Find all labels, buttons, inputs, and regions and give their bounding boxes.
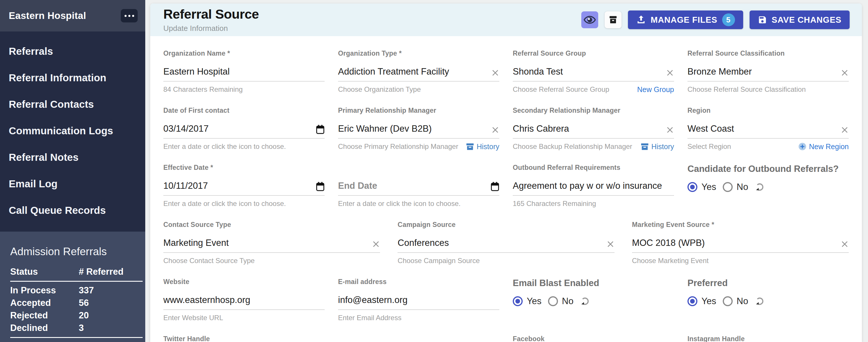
clear-icon[interactable]	[491, 126, 499, 134]
clear-icon[interactable]	[372, 240, 380, 248]
sidebar-item-referrals[interactable]: Referrals	[0, 38, 145, 64]
preferred-group: Preferred Yes No	[687, 278, 849, 323]
form-row: Twitter Handle TSAgov Enter Twitter User…	[163, 335, 849, 342]
clear-icon[interactable]	[666, 69, 674, 77]
form-row: Website www.easternhosp.org Enter Websit…	[163, 278, 849, 323]
col-status: Status	[10, 265, 79, 278]
history-link[interactable]: History	[641, 142, 674, 151]
effective-date-input[interactable]: 10/11/2017	[163, 179, 324, 196]
sidebar-item-referral-information[interactable]: Referral Information	[0, 64, 145, 91]
contact-source-type-input[interactable]: Marketing Event	[163, 236, 380, 253]
preferred-yes-radio[interactable]	[687, 296, 698, 306]
more-options-button[interactable]	[121, 9, 138, 23]
sidebar-item-email-log[interactable]: Email Log	[0, 170, 145, 197]
field-linkedin: LinkedIn Handle Enter LinkedIn Username	[338, 335, 499, 342]
files-count-badge: 5	[722, 13, 735, 26]
sidebar: Eastern Hospital Referrals Referral Info…	[0, 0, 145, 342]
undo-icon[interactable]	[580, 296, 590, 306]
upload-icon	[636, 15, 646, 25]
field-referral-source-classification: Referral Source Classification Bronze Me…	[687, 49, 849, 95]
undo-icon[interactable]	[754, 182, 765, 192]
save-changes-button[interactable]: SAVE CHANGES	[750, 10, 850, 29]
sidebar-item-call-queue-records[interactable]: Call Queue Records	[0, 197, 145, 224]
organization-name-input[interactable]: Eastern Hospital	[163, 65, 324, 81]
organization-type-input[interactable]: Addiction Treatment Facility	[338, 65, 499, 81]
primary-relationship-manager-input[interactable]: Eric Wahner (Dev B2B)	[338, 122, 499, 139]
sidebar-header: Eastern Hospital	[0, 0, 145, 31]
field-organization-name: Organization Name * Eastern Hospital 84 …	[163, 49, 324, 95]
admissions-title: Admission Referrals	[10, 246, 143, 258]
email-blast-no-radio[interactable]	[548, 296, 558, 306]
table-row: Rejected 20	[10, 309, 143, 321]
candidate-yes-radio[interactable]	[687, 182, 698, 192]
clear-icon[interactable]	[607, 240, 615, 248]
field-primary-relationship-manager: Primary Relationship Manager Eric Wahner…	[338, 107, 499, 152]
calendar-icon[interactable]	[316, 182, 324, 191]
field-website: Website www.easternhosp.org Enter Websit…	[163, 278, 324, 323]
field-end-date: End Date Enter a date or click the icon …	[338, 164, 499, 209]
new-region-link[interactable]: New Region	[798, 142, 849, 151]
email-blast-yes-radio[interactable]	[513, 296, 523, 306]
calendar-icon[interactable]	[491, 182, 499, 191]
radio-row: Yes No	[687, 182, 849, 192]
header-actions: MANAGE FILES 5 SAVE CHANGES	[581, 10, 849, 29]
clear-icon[interactable]	[841, 240, 849, 248]
field-facebook: Facebook www.facebook.com Enter Facebook…	[513, 335, 674, 342]
candidate-no-radio[interactable]	[723, 182, 733, 192]
manage-files-label: MANAGE FILES	[651, 15, 717, 25]
preferred-no-radio[interactable]	[723, 296, 733, 306]
form-row: Effective Date * 10/11/2017 Enter a date…	[163, 164, 849, 209]
history-archive-icon	[466, 143, 474, 150]
clear-icon[interactable]	[491, 69, 499, 77]
field-organization-type: Organization Type * Addiction Treatment …	[338, 49, 499, 95]
new-group-link[interactable]: New Group	[637, 86, 674, 94]
field-outbound-referral-requirements: Outbound Referral Requirements Agreement…	[513, 164, 674, 209]
field-contact-source-type: Contact Source Type Marketing Event Choo…	[163, 221, 380, 266]
divider	[10, 337, 143, 338]
history-link[interactable]: History	[466, 142, 499, 151]
clear-icon[interactable]	[841, 69, 849, 77]
visibility-button[interactable]	[581, 11, 598, 28]
calendar-icon[interactable]	[316, 125, 324, 134]
save-icon	[758, 15, 767, 25]
sidebar-item-communication-logs[interactable]: Communication Logs	[0, 117, 145, 144]
clear-icon[interactable]	[666, 126, 674, 134]
outbound-requirements-input[interactable]: Agreement to pay w or w/o insurance	[513, 179, 674, 196]
marketing-event-source-input[interactable]: MOC 2018 (WPB)	[632, 236, 849, 253]
plus-circle-icon	[798, 142, 806, 150]
secondary-relationship-manager-input[interactable]: Chris Cabrera	[513, 122, 674, 139]
campaign-source-input[interactable]: Conferences	[398, 236, 614, 253]
field-twitter: Twitter Handle TSAgov Enter Twitter User…	[163, 335, 324, 342]
col-referred: # Referred	[79, 265, 123, 278]
admissions-header-row: Status # Referred	[10, 265, 143, 278]
email-blast-group: Email Blast Enabled Yes No	[513, 278, 674, 323]
referral-source-group-input[interactable]: Shonda Test	[513, 65, 674, 81]
archive-icon	[608, 15, 618, 25]
divider	[10, 281, 143, 282]
clear-icon[interactable]	[841, 126, 849, 134]
history-archive-icon	[641, 143, 649, 150]
sidebar-item-referral-contacts[interactable]: Referral Contacts	[0, 91, 145, 117]
referral-source-classification-input[interactable]: Bronze Member	[687, 65, 849, 81]
dot-icon	[125, 15, 127, 17]
form-row: Organization Name * Eastern Hospital 84 …	[163, 49, 849, 95]
email-input[interactable]: info@eastern.org	[338, 293, 499, 310]
form-row: Contact Source Type Marketing Event Choo…	[163, 221, 849, 266]
sidebar-item-referral-notes[interactable]: Referral Notes	[0, 144, 145, 170]
archive-button[interactable]	[604, 11, 622, 28]
org-title: Eastern Hospital	[9, 10, 86, 21]
website-input[interactable]: www.easternhosp.org	[163, 293, 324, 310]
radio-row: Yes No	[513, 296, 674, 306]
date-of-first-contact-input[interactable]: 03/14/2017	[163, 122, 324, 139]
referral-source-form: Organization Name * Eastern Hospital 84 …	[150, 36, 862, 342]
form-row: Date of First contact 03/14/2017 Enter a…	[163, 107, 849, 152]
card-header: Referral Source Update Information MANAG…	[150, 3, 862, 36]
dot-icon	[132, 15, 134, 17]
undo-icon[interactable]	[754, 296, 765, 306]
referral-source-card: Referral Source Update Information MANAG…	[150, 3, 862, 342]
manage-files-button[interactable]: MANAGE FILES 5	[628, 10, 743, 29]
table-row: Declined 3	[10, 321, 143, 334]
region-input[interactable]: West Coast	[687, 122, 849, 139]
end-date-input[interactable]: End Date	[338, 179, 499, 196]
field-region: Region West Coast Select Region New Regi…	[687, 107, 849, 152]
